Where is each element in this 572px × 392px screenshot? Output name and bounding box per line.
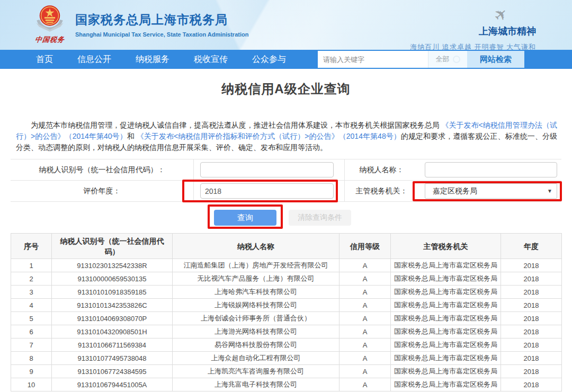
cell-grade: A [339,365,391,378]
tax-authority-select[interactable]: 嘉定区税务局 ▼ [425,183,557,199]
airplane-icon: ✈ [489,3,512,26]
cell-seq: 3 [11,286,52,299]
cell-year: 2018 [501,365,562,378]
cell-year: 2018 [501,325,562,338]
intro-link[interactable]: 《关于发布<纳税信用评价指标和评价方式（试行）>的公告》 [137,132,339,140]
cell-grade: A [339,272,391,286]
cell-seq: 8 [11,352,52,365]
cell-code: 913101010918359185 [52,286,173,299]
cell-seq: 7 [11,338,52,352]
cell-name: 上海兆富电子科技有限公司 [173,378,339,391]
site-search-button[interactable]: 网站检索 [467,51,524,68]
cell-code: 913101077495738048 [52,352,173,365]
header-name: 纳税人名称 [173,234,339,259]
site-header: 中国税务 国家税务总局上海市税务局 Shanghai Municipal Tax… [0,0,572,50]
cell-seq: 1 [11,259,52,272]
cell-grade: A [339,378,391,391]
nav-item-2[interactable]: 信息公开 [77,54,111,65]
taxpayer-name-input[interactable] [425,162,557,177]
cell-code: 913100000659530135 [52,272,173,286]
spirit-tagline: 海纳百川 追求卓越 开明睿智 大气谦和 [410,42,536,50]
header-grade: 信用等级 [339,234,391,259]
cell-name: 上海创诚会计师事务所（普通合伙） [173,312,339,325]
nav-items: 首页信息公开纳税服务税收宣传公众参与 [36,54,286,65]
cell-grade: A [339,286,391,299]
cell-seq: 10 [11,378,52,391]
cell-seq: 6 [11,325,52,338]
table-body: 191310230132542338R江南造船集团（上海）房地产开发经营有限公司… [11,259,562,391]
cell-year: 2018 [501,338,562,352]
logo-text: 中国税务 [30,35,70,44]
cell-code: 91310230132542338R [52,259,173,272]
dropdown-caret-icon: ▼ [547,188,552,194]
cell-code: 913101067724384595 [52,365,173,378]
cell-grade: A [339,325,391,338]
results-table: 序号 纳税人识别号（统一社会信用代码） 纳税人名称 信用等级 主管税务机关 年度… [11,233,562,391]
table-row: 9913101067724384595上海凯亮汽车咨询服务有限公司A国家税务总局… [11,365,562,378]
cell-name: 江南造船集团（上海）房地产开发经营有限公司 [173,259,339,272]
cell-grade: A [339,299,391,312]
search-scope-dropdown[interactable]: 全部 [428,51,467,68]
table-row: 191310230132542338R江南造船集团（上海）房地产开发经营有限公司… [11,259,562,272]
tax-authority-label: 主管税务机关： [344,181,418,201]
cell-code: 91310101342353826C [52,299,173,312]
intro-paragraph: 为规范本市纳税信用管理，促进纳税人诚信自律，提高税法遵从度，推进社会信用体系建设… [16,120,557,153]
site-brand: 中国税务 国家税务总局上海市税务局 Shanghai Municipal Tax… [31,3,248,44]
cell-authority: 国家税务总局上海市嘉定区税务局 [391,338,501,352]
cell-authority: 国家税务总局上海市嘉定区税务局 [391,286,501,299]
cell-year: 2018 [501,286,562,299]
cell-year: 2018 [501,352,562,365]
table-row: 7913101066711569384易谷网络科技股份有限公司A国家税务总局上海… [11,338,562,352]
nav-item-1[interactable]: 首页 [36,54,53,65]
form-row-2: 评价年度： 主管税务机关： 嘉定区税务局 ▼ [11,181,561,202]
cell-code: 913101066711569384 [52,338,173,352]
eval-year-input[interactable] [200,183,334,199]
search-input[interactable] [318,51,428,68]
cell-name: 上海众超自动化工程有限公司 [173,352,339,365]
tax-authority-value: 嘉定区税务局 [433,186,477,196]
intro-link[interactable]: （2014年第40号） [65,132,127,140]
cell-year: 2018 [501,312,562,325]
cell-grade: A [339,259,391,272]
cell-year: 2018 [501,259,562,272]
intro-text: 和 [127,132,137,140]
taxpayer-id-label: 纳税人识别号（统一社会信用代码）： [11,159,194,180]
taxpayer-name-label: 纳税人名称： [344,159,418,180]
cell-authority: 国家税务总局上海市嘉定区税务局 [391,352,501,365]
cell-grade: A [339,338,391,352]
taxpayer-id-input[interactable] [200,162,334,177]
cell-authority: 国家税务总局上海市嘉定区税务局 [391,312,501,325]
table-row: 591310104069308070P上海创诚会计师事务所（普通合伙）A国家税务… [11,312,562,325]
nav-item-5[interactable]: 公众参与 [252,54,286,65]
cell-seq: 4 [11,299,52,312]
city-spirit-block: ✈ 上海城市精神 海纳百川 追求卓越 开明睿智 大气谦和 [410,5,536,50]
eval-year-label: 评价年度： [11,181,194,201]
cell-name: 上海游光网络科技有限公司 [173,325,339,338]
nav-item-3[interactable]: 纳税服务 [136,54,169,65]
table-row: 691310104320908501H上海游光网络科技有限公司A国家税务总局上海… [11,325,562,338]
intro-text: 为规范本市纳税信用管理，促进纳税人诚信自律，提高税法遵从度，推进社会信用体系建设… [31,121,441,129]
clear-conditions-button[interactable]: 清除查询条件 [289,210,351,226]
site-search: 全部 网站检索 [318,51,524,68]
cell-code: 91310106794451005A [52,378,173,391]
cell-authority: 国家税务总局上海市嘉定区税务局 [391,259,501,272]
table-row: 8913101077495738048上海众超自动化工程有限公司A国家税务总局上… [11,352,562,365]
table-header-row: 序号 纳税人识别号（统一社会信用代码） 纳税人名称 信用等级 主管税务机关 年度 [11,234,562,259]
national-emblem-icon [32,26,67,35]
cell-year: 2018 [501,299,562,312]
intro-link[interactable]: （2014年第48号） [339,132,401,140]
table-row: 3913101010918359185上海哈弗汽车科技有限公司A国家税务总局上海… [11,286,562,299]
cell-name: 易谷网络科技股份有限公司 [173,338,339,352]
cell-year: 2018 [501,378,562,391]
cell-authority: 国家税务总局上海市嘉定区税务局 [391,272,501,286]
cell-grade: A [339,352,391,365]
table-row: 1091310106794451005A上海兆富电子科技有限公司A国家税务总局上… [11,378,562,391]
cell-seq: 5 [11,312,52,325]
nav-item-4[interactable]: 税收宣传 [194,54,228,65]
query-button[interactable]: 查询 [214,210,276,226]
search-scope-icon [453,56,460,63]
page-title: 纳税信用A级企业查询 [0,81,572,97]
search-scope-label: 全部 [436,55,450,64]
spirit-title: 上海城市精神 [410,25,536,38]
query-form: 纳税人识别号（统一社会信用代码）： 纳税人名称： 评价年度： 主管税务机关： 嘉… [11,159,561,202]
